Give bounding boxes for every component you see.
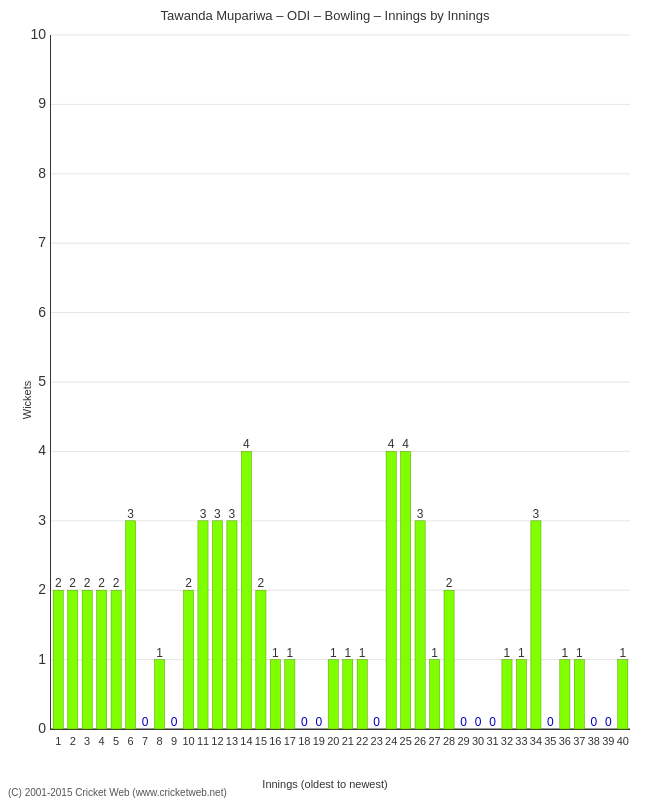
svg-text:0: 0: [301, 715, 308, 729]
svg-text:9: 9: [38, 95, 46, 111]
chart-container: Tawanda Mupariwa – ODI – Bowling – Innin…: [0, 0, 650, 800]
svg-text:3: 3: [417, 507, 424, 521]
svg-text:2: 2: [38, 581, 46, 597]
svg-rect-107: [502, 660, 512, 729]
svg-text:3: 3: [200, 507, 207, 521]
svg-rect-42: [154, 660, 164, 729]
svg-text:1: 1: [55, 735, 61, 747]
svg-text:3: 3: [214, 507, 221, 521]
svg-text:0: 0: [605, 715, 612, 729]
svg-text:15: 15: [255, 735, 267, 747]
svg-rect-31: [97, 590, 107, 729]
svg-text:10: 10: [182, 735, 194, 747]
svg-rect-47: [183, 590, 193, 729]
svg-rect-53: [212, 521, 222, 729]
svg-text:2: 2: [84, 576, 91, 590]
svg-text:20: 20: [327, 735, 339, 747]
chart-area: 0123456789102122232425360718092103113123…: [50, 35, 630, 730]
svg-text:12: 12: [211, 735, 223, 747]
svg-text:3: 3: [38, 512, 46, 528]
svg-text:1: 1: [562, 646, 569, 660]
svg-text:1: 1: [272, 646, 279, 660]
svg-text:21: 21: [342, 735, 354, 747]
svg-text:10: 10: [30, 26, 46, 42]
svg-rect-89: [401, 451, 411, 729]
svg-text:0: 0: [460, 715, 467, 729]
svg-text:4: 4: [402, 437, 409, 451]
svg-text:5: 5: [113, 735, 119, 747]
svg-rect-75: [328, 660, 338, 729]
svg-text:19: 19: [313, 735, 325, 747]
svg-text:1: 1: [156, 646, 163, 660]
svg-text:27: 27: [428, 735, 440, 747]
svg-rect-92: [415, 521, 425, 729]
svg-text:28: 28: [443, 735, 455, 747]
svg-text:29: 29: [457, 735, 469, 747]
svg-text:4: 4: [99, 735, 105, 747]
svg-text:24: 24: [385, 735, 397, 747]
svg-text:0: 0: [547, 715, 554, 729]
svg-text:0: 0: [373, 715, 380, 729]
svg-text:39: 39: [602, 735, 614, 747]
svg-text:13: 13: [226, 735, 238, 747]
svg-text:0: 0: [475, 715, 482, 729]
svg-text:8: 8: [157, 735, 163, 747]
svg-rect-62: [256, 590, 266, 729]
svg-text:1: 1: [431, 646, 438, 660]
svg-rect-25: [68, 590, 78, 729]
svg-text:3: 3: [127, 507, 134, 521]
copyright-text: (C) 2001-2015 Cricket Web (www.cricketwe…: [8, 787, 227, 798]
svg-text:30: 30: [472, 735, 484, 747]
svg-text:6: 6: [128, 735, 134, 747]
svg-text:0: 0: [171, 715, 178, 729]
svg-rect-34: [111, 590, 121, 729]
svg-text:1: 1: [38, 651, 46, 667]
svg-text:22: 22: [356, 735, 368, 747]
svg-rect-110: [516, 660, 526, 729]
svg-text:35: 35: [544, 735, 556, 747]
chart-title: Tawanda Mupariwa – ODI – Bowling – Innin…: [0, 0, 650, 27]
svg-rect-78: [343, 660, 353, 729]
svg-text:5: 5: [38, 373, 46, 389]
svg-text:1: 1: [504, 646, 511, 660]
svg-text:7: 7: [38, 234, 46, 250]
svg-text:23: 23: [371, 735, 383, 747]
svg-rect-121: [574, 660, 584, 729]
svg-text:2: 2: [69, 576, 76, 590]
svg-text:2: 2: [258, 576, 265, 590]
svg-text:32: 32: [501, 735, 513, 747]
y-axis-label: Wickets: [21, 381, 33, 420]
svg-text:2: 2: [98, 576, 105, 590]
svg-text:31: 31: [486, 735, 498, 747]
svg-rect-56: [227, 521, 237, 729]
svg-rect-65: [270, 660, 280, 729]
svg-rect-68: [285, 660, 295, 729]
svg-text:4: 4: [38, 442, 46, 458]
svg-text:4: 4: [388, 437, 395, 451]
svg-text:1: 1: [344, 646, 351, 660]
svg-text:2: 2: [70, 735, 76, 747]
svg-text:1: 1: [576, 646, 583, 660]
svg-text:16: 16: [269, 735, 281, 747]
svg-text:17: 17: [284, 735, 296, 747]
svg-rect-50: [198, 521, 208, 729]
svg-rect-81: [357, 660, 367, 729]
svg-text:1: 1: [287, 646, 294, 660]
svg-text:33: 33: [515, 735, 527, 747]
svg-text:9: 9: [171, 735, 177, 747]
svg-text:0: 0: [142, 715, 149, 729]
svg-text:6: 6: [38, 304, 46, 320]
svg-rect-59: [241, 451, 251, 729]
svg-text:3: 3: [533, 507, 540, 521]
svg-rect-86: [386, 451, 396, 729]
svg-rect-22: [53, 590, 63, 729]
svg-text:18: 18: [298, 735, 310, 747]
svg-text:2: 2: [55, 576, 62, 590]
svg-rect-37: [126, 521, 136, 729]
svg-text:4: 4: [243, 437, 250, 451]
svg-rect-95: [430, 660, 440, 729]
svg-text:7: 7: [142, 735, 148, 747]
svg-text:14: 14: [240, 735, 252, 747]
svg-rect-118: [560, 660, 570, 729]
svg-text:1: 1: [619, 646, 626, 660]
